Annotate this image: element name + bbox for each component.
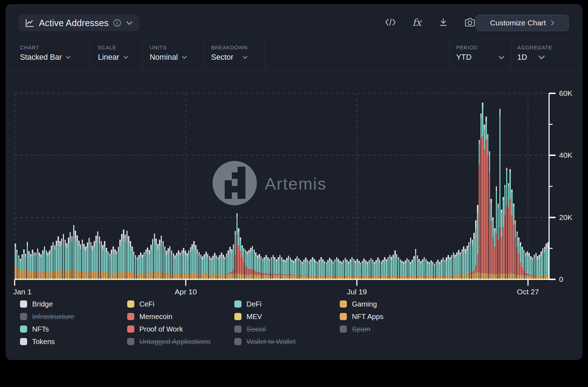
legend-label: Spam [352, 325, 370, 333]
legend-item-proof-of-work[interactable]: Proof of Work [127, 325, 234, 333]
units-dropdown[interactable]: UNITS Nominal [150, 45, 187, 62]
x-tick-apr10: Apr 10 [175, 288, 197, 296]
legend-swatch [20, 313, 27, 320]
camera-screenshot-icon[interactable] [464, 16, 476, 28]
header: Active Addresses fx [6, 5, 582, 40]
scale-value: Linear [98, 53, 119, 62]
legend-column: BridgeInfrastructureNFTsTokens [20, 300, 127, 346]
legend-item-untagged-applications[interactable]: Untagged Applications [127, 338, 234, 346]
legend-swatch [340, 325, 347, 333]
formula-icon[interactable]: fx [411, 16, 423, 28]
chevron-down-icon [499, 56, 504, 59]
legend-label: NFT Apps [352, 313, 384, 321]
y-tick-40k: 40K [559, 151, 572, 159]
divider [265, 40, 265, 70]
legend-swatch [234, 338, 241, 345]
legend-swatch [127, 300, 134, 308]
legend-swatch [234, 300, 241, 308]
aggregate-dropdown[interactable]: AGGREGATE 1D [517, 45, 552, 62]
y-tick-0: 0 [559, 275, 563, 283]
legend-item-nfts[interactable]: NFTs [20, 325, 127, 333]
chevron-down-icon [66, 56, 71, 59]
legend-label: Memecoin [139, 313, 172, 321]
legend-label: Tokens [32, 338, 55, 346]
y-tick-60k: 60K [559, 89, 572, 97]
chevron-down-icon [182, 56, 187, 59]
metric-selector-button[interactable]: Active Addresses [18, 15, 139, 31]
legend-swatch [20, 325, 27, 333]
page-title: Active Addresses [39, 18, 109, 28]
legend-swatch [340, 300, 347, 308]
scale-dropdown[interactable]: SCALE Linear [98, 45, 128, 62]
legend-item-bridge[interactable]: Bridge [20, 300, 127, 308]
chevron-down-icon [243, 56, 248, 59]
breakdown-dropdown[interactable]: BREAKDOWN Sector [211, 45, 248, 62]
x-tick-oct27: Oct 27 [517, 288, 539, 296]
divider [90, 40, 90, 70]
legend-label: Bridge [32, 300, 53, 308]
divider [511, 40, 511, 70]
legend-column: GamingNFT AppsSpam [340, 300, 454, 346]
legend-label: Infrastructure [32, 313, 74, 321]
legend: BridgeInfrastructureNFTsTokens CeFiMemec… [20, 300, 454, 346]
legend-label: Wallet to Wallet [246, 338, 295, 346]
legend-label: Social [246, 325, 266, 333]
download-icon[interactable] [437, 16, 449, 28]
units-label: UNITS [150, 45, 187, 50]
period-value: YTD [456, 53, 472, 62]
legend-column: DeFiMEVSocialWallet to Wallet [234, 300, 340, 346]
x-tick-jan1: Jan 1 [13, 288, 31, 296]
legend-item-memecoin[interactable]: Memecoin [127, 313, 234, 320]
legend-label: Untagged Applications [139, 338, 210, 346]
chevron-down-icon [123, 56, 128, 59]
legend-item-spam[interactable]: Spam [340, 325, 454, 333]
artemis-watermark: Artemis [213, 161, 327, 205]
period-dropdown[interactable]: PERIOD YTD [456, 45, 504, 62]
chart-type-label: CHART [20, 45, 71, 50]
divider [143, 40, 143, 70]
divider [205, 40, 205, 70]
legend-swatch [127, 313, 134, 320]
x-tick-jul19: Jul 19 [347, 288, 367, 296]
toolbar: fx [384, 5, 476, 40]
legend-item-cefi[interactable]: CeFi [127, 300, 234, 308]
customize-chart-label: Customize Chart [490, 19, 546, 27]
chart-type-dropdown[interactable]: CHART Stacked Bar [20, 45, 71, 62]
legend-item-social[interactable]: Social [234, 325, 340, 333]
customize-chart-button[interactable]: Customize Chart [476, 15, 569, 31]
y-tick-20k: 20K [559, 213, 572, 221]
legend-swatch [20, 338, 27, 345]
divider [450, 40, 450, 70]
legend-item-infrastructure[interactable]: Infrastructure [20, 313, 127, 320]
aggregate-label: AGGREGATE [517, 45, 552, 50]
chevron-down-icon [538, 55, 545, 59]
legend-item-mev[interactable]: MEV [234, 313, 340, 320]
chevron-down-icon[interactable] [126, 19, 133, 26]
embed-code-icon[interactable] [384, 16, 397, 28]
legend-item-gaming[interactable]: Gaming [340, 300, 454, 308]
chart-type-value: Stacked Bar [20, 53, 62, 62]
legend-swatch [234, 313, 241, 320]
info-icon[interactable] [113, 19, 121, 27]
breakdown-value: Sector [211, 53, 233, 62]
breakdown-label: BREAKDOWN [211, 45, 248, 50]
scale-label: SCALE [98, 45, 128, 50]
chevron-right-icon [551, 20, 554, 26]
legend-item-nft-apps[interactable]: NFT Apps [340, 313, 454, 320]
legend-label: DeFi [246, 300, 261, 308]
legend-label: CeFi [139, 300, 154, 308]
period-label: PERIOD [456, 45, 504, 50]
aggregate-value: 1D [517, 53, 527, 62]
legend-label: Proof of Work [139, 325, 183, 333]
watermark-text: Artemis [265, 174, 327, 193]
legend-label: MEV [246, 313, 262, 321]
chart-panel: Active Addresses fx [6, 4, 582, 360]
legend-label: NFTs [32, 325, 49, 333]
legend-item-wallet-to-wallet[interactable]: Wallet to Wallet [234, 338, 340, 346]
legend-swatch [127, 338, 134, 345]
line-chart-icon [25, 18, 35, 28]
legend-column: CeFiMemecoinProof of WorkUntagged Applic… [127, 300, 234, 346]
legend-item-tokens[interactable]: Tokens [20, 338, 127, 346]
stacked-bar-chart[interactable]: Artemis 60K 40K 20K 0 [6, 71, 582, 304]
legend-item-defi[interactable]: DeFi [234, 300, 340, 308]
